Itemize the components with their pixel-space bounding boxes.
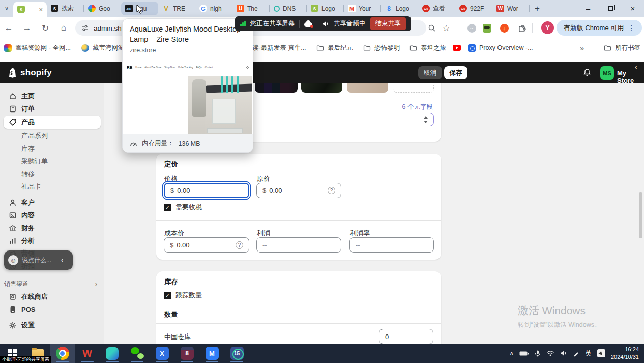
teal-app-button[interactable] xyxy=(100,344,125,363)
tab-dns[interactable]: DNS xyxy=(270,0,307,17)
new-tab-button[interactable]: + xyxy=(530,2,545,16)
wechat-button[interactable] xyxy=(125,344,150,363)
tab-word[interactable]: W Wor xyxy=(492,0,530,17)
tab-search-page[interactable]: 搜索 xyxy=(47,0,84,17)
sidebar-item-inventory[interactable]: 库存 xyxy=(0,142,104,155)
sidebar-item-home[interactable]: 主页 xyxy=(0,90,104,102)
badge-8-app-button[interactable]: 8 xyxy=(174,344,199,363)
cloud-recording-icon[interactable] xyxy=(304,22,312,27)
sidebar-item-products[interactable]: 产品 xyxy=(4,116,101,129)
tab-922f[interactable]: 922 922F xyxy=(455,0,492,17)
ime-indicator[interactable]: 英 xyxy=(585,349,592,358)
sidebar-item-orders[interactable]: 订单 xyxy=(0,102,104,115)
close-button[interactable]: × xyxy=(622,0,644,17)
sidebar-item-customers[interactable]: 客户 xyxy=(0,196,104,209)
notifications-bell-icon[interactable] xyxy=(583,68,591,79)
bookmark-star-icon[interactable]: ☆ xyxy=(440,21,453,35)
pen-icon[interactable] xyxy=(573,350,579,357)
chat-collapse-icon[interactable]: ‹ xyxy=(61,257,63,264)
bookmark-folder-taitanzhilv[interactable]: 泰坦之旅 xyxy=(409,42,446,54)
tab-search-icon[interactable]: ∨ xyxy=(0,0,13,17)
reload-icon[interactable]: ↻ xyxy=(39,21,52,35)
quantity-input[interactable]: 0 xyxy=(379,329,433,344)
tab-google[interactable]: Goo xyxy=(84,0,121,17)
bookmark-xuegao[interactable]: 雪糕资源网 - 全网... xyxy=(4,42,71,54)
price-input[interactable]: $ 0.00 xyxy=(164,183,249,198)
smiley-icon[interactable]: ☺ xyxy=(8,255,18,265)
extensions-puzzle-icon[interactable] xyxy=(515,21,529,35)
bookmark-youtube[interactable] xyxy=(453,42,461,54)
metafields-link[interactable]: 6 个元字段 xyxy=(402,103,433,111)
scrollbar-thumb[interactable] xyxy=(639,192,642,238)
zoom-icon[interactable] xyxy=(425,21,438,35)
extension-download-icon[interactable]: ↓ xyxy=(497,21,511,35)
extension-sunglasses-icon[interactable] xyxy=(480,21,493,35)
menu-dots-icon[interactable]: ⋮ xyxy=(628,24,635,32)
bookmark-folder-zuihoujiyuan[interactable]: 最后纪元 xyxy=(316,42,353,54)
sidebar-item-gift-cards[interactable]: 礼品卡 xyxy=(0,180,104,193)
bookmark-du-zuixin[interactable]: 读-最新发表 真牛... xyxy=(252,42,306,54)
charge-tax-checkbox[interactable]: ✓ xyxy=(164,204,171,211)
tray-expand-icon[interactable]: ∧ xyxy=(509,350,514,357)
bookmark-proxy-overview[interactable]: Proxy Overview -... xyxy=(468,42,533,54)
tab-the[interactable]: U The xyxy=(232,0,270,17)
volume-icon[interactable] xyxy=(560,350,567,356)
help-icon[interactable]: ? xyxy=(328,187,335,194)
profit-input[interactable]: -- xyxy=(256,237,341,253)
margin-input[interactable]: -- xyxy=(349,237,434,253)
chrome-update-button[interactable]: 有新版 Chrome 可用 ⋮ xyxy=(557,20,642,36)
cancel-button[interactable]: 取消 xyxy=(418,66,442,79)
clock[interactable]: 16:24 2024/10/31 xyxy=(611,346,639,361)
minimize-button[interactable]: – xyxy=(577,0,599,17)
all-bookmarks[interactable]: 所有书签 xyxy=(604,42,640,54)
compare-price-input[interactable]: $ 0.00 ? xyxy=(256,183,341,198)
battery-icon[interactable] xyxy=(519,351,529,356)
store-avatar[interactable]: MS xyxy=(600,66,614,80)
microphone-icon[interactable] xyxy=(535,350,541,357)
collapse-chevron-icon[interactable]: ‹ xyxy=(635,63,637,71)
wifi-icon[interactable] xyxy=(546,350,554,356)
track-quantity-checkbox[interactable]: ✓ xyxy=(164,292,171,299)
tab-gmail[interactable]: M Your xyxy=(344,0,381,17)
tab-logo1[interactable]: Logo xyxy=(307,0,344,17)
sidebar-item-transfers[interactable]: 转移 xyxy=(0,167,104,180)
chat-input[interactable]: 说点什么... xyxy=(22,256,53,265)
bookmark-folder-kongbuliming[interactable]: 恐怖黎明 xyxy=(363,42,400,54)
sidebar-item-online-store[interactable]: 在线商店 xyxy=(0,290,104,303)
sidebar-item-finance[interactable]: 财务 xyxy=(0,221,104,234)
tab-close-icon[interactable]: × xyxy=(39,6,43,13)
chrome-button[interactable] xyxy=(50,344,75,363)
save-button[interactable]: 保存 xyxy=(444,66,467,79)
bookmarks-overflow-icon[interactable]: » xyxy=(580,42,584,54)
x-app-button[interactable]: X xyxy=(150,344,174,363)
restore-button[interactable] xyxy=(599,0,622,17)
sidebar-item-content[interactable]: 内容 xyxy=(0,209,104,221)
tab-shopify-admin[interactable]: × xyxy=(13,2,47,17)
tab-tre[interactable]: V TRE xyxy=(158,0,195,17)
profile-avatar[interactable]: Y xyxy=(541,21,554,34)
store-name[interactable]: My Store xyxy=(617,69,644,85)
sidebar-item-pos[interactable]: POS xyxy=(0,303,104,316)
tab-922-view[interactable]: 922 查看 xyxy=(418,0,455,17)
stop-sharing-button[interactable]: 结束共享 xyxy=(370,17,406,30)
sidebar-item-collections[interactable]: 产品系列 xyxy=(0,129,104,142)
tray-app-icon[interactable] xyxy=(597,349,605,357)
wps-button[interactable]: W xyxy=(75,344,100,363)
meeting-app-button[interactable]: M xyxy=(199,344,224,363)
bookmark-cangbaowan[interactable]: 藏宝湾网游 xyxy=(81,42,125,54)
tab-nigh[interactable]: G nigh xyxy=(195,0,232,17)
shopify-logo[interactable]: shopify xyxy=(7,67,52,78)
extension-cp-icon[interactable]: ∽ xyxy=(465,21,478,35)
home-icon[interactable]: ⌂ xyxy=(57,21,70,35)
sales-channels-header[interactable]: 销售渠道 › xyxy=(0,277,104,290)
badge-15-app-button[interactable]: 15 xyxy=(224,344,249,363)
sidebar-item-settings[interactable]: 设置 xyxy=(0,319,104,331)
cost-input[interactable]: $ 0.00 ? xyxy=(164,237,249,253)
help-icon[interactable]: ? xyxy=(236,241,243,249)
sidebar-item-analytics[interactable]: 分析 xyxy=(0,234,104,247)
sidebar-item-purchase-orders[interactable]: 采购订单 xyxy=(0,155,104,167)
forward-icon[interactable]: → xyxy=(20,21,34,35)
url-text: admin.sh xyxy=(94,24,122,32)
tab-logo2[interactable]: 8 Logo xyxy=(381,0,418,17)
back-icon[interactable]: ← xyxy=(2,21,15,35)
